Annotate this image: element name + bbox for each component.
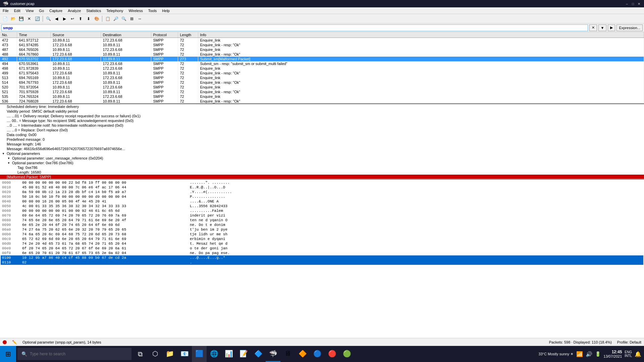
table-row[interactable]: 521701.975928172.23.6.6810.89.8.11SMPP72…	[0, 89, 644, 94]
table-row[interactable]: 472641.97271210.89.8.11172.23.6.68SMPP72…	[0, 38, 644, 43]
resize-columns-button[interactable]: ↔	[136, 15, 144, 22]
taskbar-app-filezilla[interactable]: 🔶	[295, 346, 310, 362]
hex-row[interactable]: 008074 65 6e 20 6e 65 20 64 79 71 61 6e …	[1, 218, 643, 223]
detail-row[interactable]: Data coding: 0x00	[0, 132, 644, 137]
detail-row[interactable]: Message length: 146	[0, 142, 644, 146]
table-row[interactable]: 513694.76516910.89.8.11172.23.6.68SMPP72…	[0, 75, 644, 80]
battery-icon[interactable]: 🔋	[595, 351, 601, 357]
hex-row[interactable]: 001045 00 01 52 e8 40 00 00 7c 06 e6 4f …	[1, 185, 643, 190]
expand-arrow[interactable]: ▼	[2, 152, 5, 155]
detail-row[interactable]: ▼Optional parameter: user_message_refere…	[0, 156, 644, 161]
menu-file[interactable]: File	[0, 8, 11, 13]
taskbar-app-misc2[interactable]: 🔴	[325, 346, 339, 362]
detail-row[interactable]: ...0 .... = Intermediate notif: No inter…	[0, 123, 644, 128]
zoom-out-button[interactable]: 🔍	[120, 15, 127, 22]
hex-row[interactable]: 006000 00 00 00 00 00 01 00 00 92 46 61 …	[1, 208, 643, 213]
taskbar-search[interactable]: 🔍	[17, 348, 131, 360]
menu-wireless[interactable]: Wireless	[126, 8, 146, 13]
go-back-button[interactable]: ◀	[53, 15, 60, 22]
menu-view[interactable]: View	[23, 8, 37, 13]
hex-row[interactable]: 00e06f 20 74 65 20 64 65 72 20 67 6f 6e …	[1, 246, 643, 251]
menu-telephony[interactable]: Telephony	[104, 8, 126, 13]
col-no[interactable]: No.	[0, 32, 17, 38]
taskbar-app-outlook[interactable]: 📧	[177, 346, 192, 362]
table-row[interactable]: 498671.97283910.89.8.11172.23.6.68SMPP72…	[0, 66, 644, 71]
detail-row[interactable]: Validity period: SMSC default validity p…	[0, 109, 644, 114]
table-row[interactable]: 535724.76532410.89.8.11172.23.6.68SMPP72…	[0, 94, 644, 99]
taskbar-app-word[interactable]: 📝	[236, 346, 251, 362]
new-capture-button[interactable]: 📄	[1, 15, 9, 22]
maximize-button[interactable]: □	[631, 1, 635, 6]
minimize-button[interactable]: –	[625, 1, 629, 6]
taskbar-app-vscode[interactable]: 🔷	[251, 346, 266, 362]
filter-apply-button[interactable]: ▶	[608, 24, 615, 31]
table-row[interactable]: 488664.767860172.23.6.6810.89.8.11SMPP72…	[0, 52, 644, 57]
table-row[interactable]: 499671.975643172.23.6.6810.89.8.11SMPP72…	[0, 71, 644, 75]
title-bar-controls[interactable]: – □ ✕	[625, 1, 641, 6]
normal-size-button[interactable]: ⊞	[128, 15, 136, 22]
next-button[interactable]: ⬇	[85, 15, 92, 22]
prev-button[interactable]: ⬆	[77, 15, 84, 22]
detail-row[interactable]: Tag: 0xe786	[0, 165, 644, 170]
filter-input[interactable]: smpp	[1, 24, 588, 31]
packet-table-body[interactable]: 472641.97271210.89.8.11172.23.6.68SMPP72…	[0, 38, 644, 105]
detail-row[interactable]: Predefined message: 0	[0, 137, 644, 142]
taskbar-app-misc1[interactable]: 🔵	[310, 346, 325, 362]
search-input[interactable]	[30, 352, 127, 356]
menu-statistics[interactable]: Statistics	[84, 8, 104, 13]
menu-edit[interactable]: Edit	[11, 8, 23, 13]
notifications-button[interactable]: 🔔	[635, 351, 641, 357]
hex-row[interactable]: 00504c 00 01 33 35 35 36 38 32 30 34 32 …	[1, 204, 643, 208]
colorize-button[interactable]: 🎨	[93, 15, 100, 22]
taskbar-app-excel[interactable]: 📊	[221, 346, 236, 362]
table-row[interactable]: 542731.97319510.89.8.11172.23.6.68SMPP72…	[0, 104, 644, 104]
go-to-button[interactable]: ↩	[69, 15, 76, 22]
col-info[interactable]: Info	[198, 32, 644, 38]
packet-list[interactable]: No. Time Source Destination Protocol Len…	[0, 32, 644, 104]
taskbar-app-putty[interactable]: 🖥	[280, 346, 295, 362]
table-row[interactable]: 487664.76502610.89.8.11172.23.6.68SMPP72…	[0, 47, 644, 52]
table-row[interactable]: 536724.768028172.23.6.6810.89.8.11SMPP72…	[0, 99, 644, 104]
detail-row[interactable]: Scheduled delivery time: Immediate deliv…	[0, 104, 644, 109]
table-row[interactable]: 520701.97205410.89.8.11172.23.6.68SMPP72…	[0, 85, 644, 89]
open-button[interactable]: 📂	[9, 15, 17, 22]
menu-go[interactable]: Go	[36, 8, 47, 13]
detail-row[interactable]: .... ...01 = Delivery receipt: Delivery …	[0, 114, 644, 118]
hex-row[interactable]: 000000 00 00 00 00 00 00 22 bd f8 19 ff …	[1, 180, 643, 185]
detail-row[interactable]: ▼Optional parameter: 0xe786 (0xe786)	[0, 161, 644, 165]
col-time[interactable]: Time	[17, 32, 50, 38]
taskbar-app-cortana[interactable]: ⬡	[148, 346, 162, 362]
expand-arrow[interactable]: ▼	[7, 162, 10, 165]
detail-row[interactable]: Message: 46616c656d696e64657269742070657…	[0, 146, 644, 151]
start-button[interactable]: ⊞	[0, 346, 16, 362]
detail-row[interactable]: .... 00.. = Message type: No recipient S…	[0, 118, 644, 123]
hex-row[interactable]: 011002.	[1, 260, 643, 265]
save-button[interactable]: 💾	[17, 15, 25, 22]
col-source[interactable]: Source	[50, 32, 101, 38]
menu-capture[interactable]: Capture	[47, 8, 65, 13]
menu-tools[interactable]: Tools	[146, 8, 160, 13]
lang-indicator[interactable]: ENGINTL	[625, 350, 632, 358]
close-button[interactable]: ✕	[637, 1, 641, 6]
hex-row[interactable]: 00c065 72 62 69 6d 69 6e 20 65 20 64 79 …	[1, 237, 643, 241]
hex-row[interactable]: 004000 00 00 16 26 00 05 00 4f 4e 45 20 …	[1, 199, 643, 204]
detail-row[interactable]: Length: 16580	[0, 170, 644, 175]
menu-help[interactable]: Help	[159, 8, 172, 13]
table-row[interactable]: 494670.55396110.89.8.11172.23.6.68SMPP72…	[0, 61, 644, 66]
hex-row[interactable]: 00f06e 65 20 70 61 20 70 61 67 65 73 65 …	[1, 251, 643, 255]
taskbar-app-teams[interactable]: 🟦	[192, 346, 207, 362]
filter-bookmark-button[interactable]: ▼	[598, 24, 607, 31]
table-row[interactable]: 492670.553702172.23.6.6810.89.8.11SMPP27…	[0, 57, 644, 61]
taskbar-app-misc3[interactable]: 🟢	[339, 346, 354, 362]
hex-row[interactable]: 00b074 6a 65 20 6c 69 64 68 75 72 20 6d …	[1, 232, 643, 237]
zoom-in-button[interactable]: 🔎	[112, 15, 119, 22]
menu-analyze[interactable]: Analyze	[65, 8, 84, 13]
hex-row[interactable]: 00a074 27 6a 75 20 62 65 6e 20 32 20 70 …	[1, 227, 643, 232]
expand-arrow[interactable]: ▼	[7, 157, 10, 160]
filter-clear-button[interactable]: ✕	[589, 24, 597, 31]
reload-button[interactable]: 🔄	[34, 15, 41, 22]
detail-row[interactable]: [Malformed Packet: SMPP]	[0, 175, 644, 179]
col-length[interactable]: Length	[178, 32, 198, 38]
detail-row[interactable]: .... ...0 = Replace: Don't replace (0x0)	[0, 128, 644, 132]
clock[interactable]: 12:45 13/07/2021	[603, 350, 622, 358]
